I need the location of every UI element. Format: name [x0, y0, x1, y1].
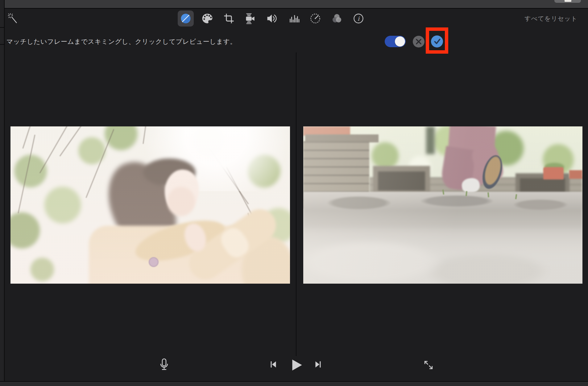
panel-divider	[0, 44, 4, 45]
info-icon: i	[352, 12, 365, 25]
reset-all-button[interactable]: すべてをリセット	[523, 14, 579, 23]
palette-icon	[201, 12, 213, 25]
color-balance-icon	[180, 12, 192, 25]
tool-crop[interactable]	[221, 10, 237, 27]
next-button[interactable]	[313, 359, 324, 370]
right-video-preview[interactable]	[303, 126, 582, 284]
microphone-icon	[157, 358, 171, 372]
cancel-match-button[interactable]	[413, 36, 424, 47]
equalizer-bars-icon	[288, 12, 300, 25]
tool-volume[interactable]	[264, 10, 280, 27]
match-instruction-text: マッチしたいフレームまでスキミングし、クリックしてプレビューします。	[6, 37, 237, 46]
magic-wand-icon	[7, 11, 19, 25]
left-video-preview[interactable]	[10, 126, 290, 284]
tool-speed[interactable]	[307, 10, 323, 27]
x-icon	[415, 38, 422, 45]
expand-arrows-icon	[422, 359, 435, 371]
speaker-icon	[266, 12, 278, 25]
tool-color-correction[interactable]	[199, 10, 215, 27]
play-button[interactable]	[289, 358, 304, 372]
panel-divider	[0, 27, 4, 28]
tool-clip-filter[interactable]	[329, 10, 345, 27]
imovie-viewer-window: i すべてをリセット マッチしたいフレームまでスキミングし、クリックしてプレビュ…	[0, 0, 588, 386]
scene-shape	[10, 126, 290, 284]
window-topbar	[4, 0, 588, 9]
tool-color-balance[interactable]	[178, 10, 194, 27]
confirm-match-button[interactable]	[431, 35, 443, 47]
speedometer-icon	[309, 12, 321, 25]
tool-info[interactable]: i	[350, 10, 366, 27]
svg-text:i: i	[358, 15, 360, 22]
fullscreen-button[interactable]	[422, 359, 435, 371]
auto-enhance-button[interactable]	[6, 11, 20, 25]
viewer-split-divider	[296, 52, 296, 356]
check-icon	[433, 38, 441, 45]
toolbar-button-partial[interactable]	[554, 0, 581, 3]
crop-icon	[223, 12, 235, 25]
tool-stabilization[interactable]	[242, 10, 259, 27]
play-icon	[289, 358, 304, 372]
three-circles-icon	[331, 12, 343, 25]
previous-button[interactable]	[268, 359, 279, 370]
toggle-knob	[395, 36, 405, 47]
tool-noise-reduction[interactable]	[286, 10, 302, 27]
left-panel-edge	[0, 0, 5, 386]
skip-forward-icon	[313, 359, 323, 370]
toolbar-button-glyph	[565, 0, 571, 2]
skip-back-icon	[268, 359, 279, 370]
match-preview-toggle[interactable]	[385, 36, 406, 47]
voiceover-button[interactable]	[157, 358, 171, 372]
bottom-bar	[0, 381, 588, 386]
scene-shape	[303, 126, 582, 284]
shaking-camera-icon	[244, 12, 257, 25]
